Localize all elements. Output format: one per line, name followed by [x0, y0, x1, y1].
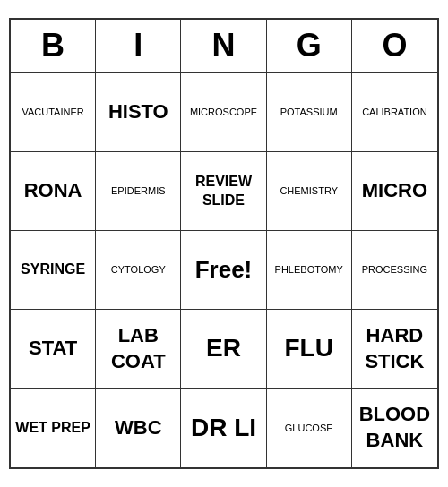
bingo-cell-20[interactable]: WET PREP: [11, 389, 96, 467]
bingo-cell-1[interactable]: HISTO: [96, 73, 181, 152]
bingo-cell-12[interactable]: Free!: [181, 231, 266, 310]
bingo-cell-24[interactable]: BLOOD BANK: [352, 389, 437, 467]
bingo-cell-17[interactable]: ER: [181, 310, 266, 389]
bingo-card: BINGO VACUTAINERHISTOMICROSCOPEPOTASSIUM…: [9, 18, 439, 469]
header-letter-n: N: [181, 20, 266, 72]
bingo-cell-23[interactable]: GLUCOSE: [267, 389, 352, 467]
bingo-cell-11[interactable]: CYTOLOGY: [96, 231, 181, 310]
bingo-cell-0[interactable]: VACUTAINER: [11, 73, 96, 152]
header-letter-b: B: [11, 20, 96, 72]
header-letter-o: O: [352, 20, 437, 72]
bingo-cell-5[interactable]: RONA: [11, 152, 96, 231]
bingo-cell-13[interactable]: PHLEBOTOMY: [267, 231, 352, 310]
bingo-cell-6[interactable]: EPIDERMIS: [96, 152, 181, 231]
bingo-cell-15[interactable]: STAT: [11, 310, 96, 389]
bingo-header: BINGO: [11, 20, 437, 73]
bingo-cell-22[interactable]: DR LI: [181, 389, 266, 467]
bingo-cell-18[interactable]: FLU: [267, 310, 352, 389]
header-letter-i: I: [96, 20, 181, 72]
bingo-cell-21[interactable]: WBC: [96, 389, 181, 467]
bingo-cell-2[interactable]: MICROSCOPE: [181, 73, 266, 152]
bingo-cell-4[interactable]: CALIBRATION: [352, 73, 437, 152]
bingo-cell-3[interactable]: POTASSIUM: [267, 73, 352, 152]
bingo-cell-10[interactable]: SYRINGE: [11, 231, 96, 310]
bingo-cell-14[interactable]: PROCESSING: [352, 231, 437, 310]
bingo-cell-9[interactable]: MICRO: [352, 152, 437, 231]
bingo-cell-8[interactable]: CHEMISTRY: [267, 152, 352, 231]
bingo-cell-16[interactable]: LAB COAT: [96, 310, 181, 389]
header-letter-g: G: [267, 20, 352, 72]
bingo-cell-7[interactable]: REVIEW SLIDE: [181, 152, 266, 231]
bingo-grid: VACUTAINERHISTOMICROSCOPEPOTASSIUMCALIBR…: [11, 73, 437, 467]
bingo-cell-19[interactable]: HARD STICK: [352, 310, 437, 389]
